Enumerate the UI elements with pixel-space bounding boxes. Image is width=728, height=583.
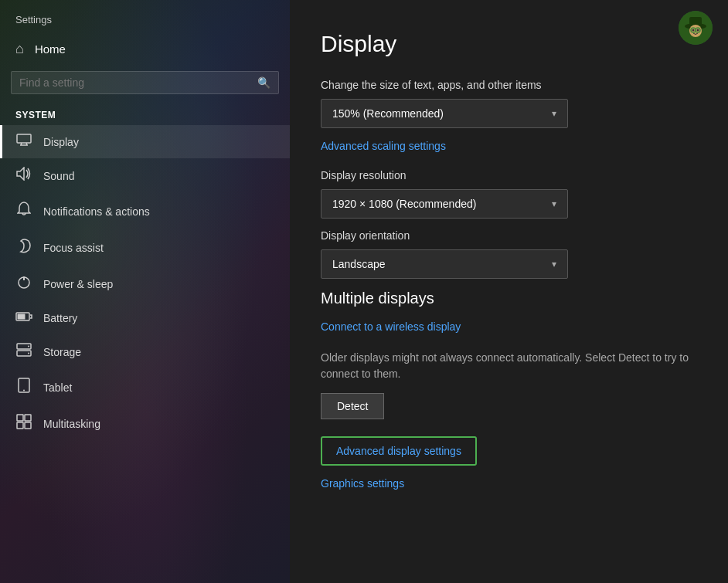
- svg-point-12: [28, 353, 29, 354]
- resolution-dropdown[interactable]: 1920 × 1080 (Recommended) ▾: [321, 189, 568, 219]
- battery-icon: [15, 310, 32, 326]
- app-title: Settings: [0, 0, 290, 33]
- sidebar-item-power[interactable]: Power & sleep: [0, 266, 290, 302]
- main-content: Display Change the size of text, apps, a…: [290, 0, 728, 583]
- search-box[interactable]: 🔍: [11, 71, 279, 94]
- home-nav-item[interactable]: ⌂ Home: [0, 33, 290, 65]
- power-icon: [15, 274, 32, 293]
- sidebar-item-battery-label: Battery: [43, 312, 77, 324]
- orientation-dropdown[interactable]: Landscape ▾: [321, 249, 568, 279]
- display-icon: [15, 134, 32, 150]
- svg-rect-15: [17, 415, 23, 421]
- multitasking-icon: [15, 414, 32, 433]
- sidebar-item-sound-label: Sound: [43, 170, 74, 182]
- home-icon: ⌂: [15, 41, 24, 57]
- orientation-value: Landscape: [332, 258, 386, 270]
- sidebar-item-notifications[interactable]: Notifications & actions: [0, 193, 290, 229]
- scale-dropdown-arrow-icon: ▾: [552, 108, 556, 119]
- sidebar-item-storage-label: Storage: [43, 346, 81, 358]
- sidebar-item-focus[interactable]: Focus assist: [0, 229, 290, 266]
- search-icon: 🔍: [257, 76, 270, 89]
- sidebar-item-tablet[interactable]: Tablet: [0, 369, 290, 405]
- search-input[interactable]: [19, 76, 257, 89]
- scale-dropdown[interactable]: 150% (Recommended) ▾: [321, 99, 568, 128]
- svg-rect-0: [17, 134, 31, 143]
- detect-button[interactable]: Detect: [321, 393, 384, 419]
- sidebar-item-display-label: Display: [43, 136, 79, 148]
- sidebar-item-multitasking-label: Multitasking: [43, 418, 100, 430]
- sidebar-item-sound[interactable]: Sound: [0, 158, 290, 193]
- orientation-label: Display orientation: [321, 229, 689, 242]
- resolution-value: 1920 × 1080 (Recommended): [332, 198, 476, 210]
- graphics-settings-link[interactable]: Graphics settings: [321, 477, 404, 490]
- sidebar-item-multitasking[interactable]: Multitasking: [0, 405, 290, 442]
- scale-value: 150% (Recommended): [332, 107, 444, 120]
- svg-rect-8: [18, 314, 26, 320]
- sidebar-item-battery[interactable]: Battery: [0, 302, 290, 334]
- sidebar-item-tablet-label: Tablet: [43, 381, 72, 394]
- svg-rect-16: [25, 415, 31, 421]
- focus-icon: [15, 238, 32, 257]
- svg-rect-18: [25, 422, 31, 429]
- advanced-display-link[interactable]: Advanced display settings: [336, 445, 461, 457]
- storage-icon: [15, 343, 32, 361]
- multiple-displays-heading: Multiple displays: [321, 290, 689, 307]
- scale-label: Change the size of text, apps, and other…: [321, 79, 689, 91]
- tablet-icon: [15, 378, 32, 397]
- notifications-icon: [15, 202, 32, 221]
- advanced-scaling-link[interactable]: Advanced scaling settings: [321, 140, 446, 152]
- avatar[interactable]: [679, 11, 713, 45]
- advanced-display-settings-box: Advanced display settings: [321, 436, 477, 466]
- page-title: Display: [321, 31, 689, 57]
- resolution-label: Display resolution: [321, 169, 689, 181]
- home-label: Home: [35, 42, 66, 56]
- sidebar: Settings ⌂ Home 🔍 System Display: [0, 0, 290, 583]
- svg-rect-17: [17, 422, 23, 429]
- older-displays-description: Older displays might not always connect …: [321, 350, 689, 382]
- sidebar-item-power-label: Power & sleep: [43, 278, 113, 290]
- orientation-dropdown-arrow-icon: ▾: [552, 259, 556, 269]
- wireless-display-link[interactable]: Connect to a wireless display: [321, 320, 461, 333]
- sound-icon: [15, 167, 32, 185]
- svg-point-14: [23, 390, 25, 391]
- sidebar-item-storage[interactable]: Storage: [0, 334, 290, 369]
- system-section-label: System: [0, 103, 290, 125]
- sidebar-item-notifications-label: Notifications & actions: [43, 205, 150, 218]
- svg-point-24: [697, 29, 699, 32]
- sidebar-item-focus-label: Focus assist: [43, 242, 104, 254]
- sidebar-item-display[interactable]: Display: [0, 125, 290, 158]
- resolution-dropdown-arrow-icon: ▾: [552, 198, 556, 209]
- svg-point-23: [692, 29, 695, 32]
- svg-marker-4: [17, 168, 24, 180]
- svg-point-11: [28, 346, 29, 347]
